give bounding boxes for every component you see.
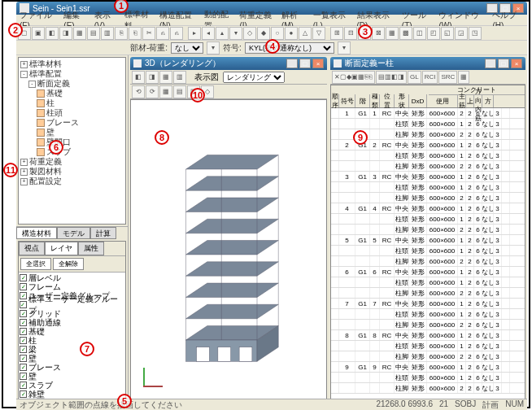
dropdown-icon[interactable]: ▾ [207, 41, 220, 55]
table-cell[interactable]: なし [482, 119, 494, 129]
table-cell[interactable]: なし [482, 182, 494, 192]
table-cell[interactable] [370, 246, 380, 255]
table-cell[interactable] [339, 214, 355, 224]
column-header[interactable]: 順序 [331, 94, 339, 107]
checkbox-icon[interactable]: ✓ [20, 274, 27, 281]
table-cell[interactable]: 6 [474, 225, 482, 234]
table-cell[interactable]: 6 [474, 150, 482, 160]
table-row[interactable]: 柱頭矩形600×600126なし3 [331, 182, 525, 193]
view-maximize[interactable]: □ [299, 59, 311, 68]
table-cell[interactable]: 6 [474, 246, 482, 255]
table-cell[interactable] [355, 119, 370, 129]
table-cell[interactable]: 矩形 [409, 256, 427, 266]
table-cell[interactable]: RC [380, 299, 395, 308]
table-row[interactable]: 柱脚矩形600×600226なし3 [331, 320, 525, 330]
toolbar-button[interactable]: ◨ [59, 27, 72, 40]
table-cell[interactable] [331, 320, 339, 329]
table-cell[interactable] [331, 140, 339, 150]
table-cell[interactable] [331, 150, 339, 160]
expand-icon[interactable]: - [20, 71, 28, 78]
table-row[interactable]: 柱頭矩形600×600126なし3 [331, 119, 525, 129]
table-cell[interactable] [502, 140, 510, 150]
table-cell[interactable] [502, 267, 510, 277]
table-cell[interactable]: 600×600 [427, 172, 458, 181]
table-cell[interactable] [370, 309, 380, 319]
table-cell[interactable]: 3 [494, 383, 502, 393]
table-cell[interactable]: 2 [466, 193, 474, 203]
table-cell[interactable]: 6 [474, 129, 482, 139]
table-cell[interactable]: 中央 [395, 362, 409, 372]
table-cell[interactable]: 2 [458, 288, 466, 298]
table-cell[interactable]: 2 [466, 150, 474, 160]
column-header[interactable]: 方 [482, 94, 494, 107]
table-cell[interactable]: 2 [458, 225, 466, 234]
table-cell[interactable]: 2 [466, 246, 474, 255]
table-row[interactable]: 1G11RC中央矩形600×600226なし3 [331, 108, 525, 119]
tree-tab[interactable]: 構造材料 [16, 227, 57, 239]
tree-item[interactable]: スラブ [20, 147, 124, 157]
table-cell[interactable]: なし [482, 203, 494, 213]
table-cell[interactable]: 矩形 [409, 119, 427, 129]
expand-icon[interactable]: + [20, 61, 28, 68]
table-cell[interactable]: 600×600 [427, 203, 458, 213]
table-cell[interactable]: 3 [494, 108, 502, 118]
table-cell[interactable] [502, 193, 510, 203]
tree-item[interactable]: +配置設定 [20, 177, 124, 186]
table-cell[interactable]: 2 [458, 161, 466, 171]
table-row[interactable]: 5G15RC中央矩形600×600126なし3 [331, 235, 525, 246]
table-cell[interactable]: 7 [339, 299, 355, 308]
table-cell[interactable]: RC [380, 235, 395, 245]
table-cell[interactable]: なし [482, 330, 494, 340]
tree-item[interactable]: 柱 [20, 98, 124, 108]
checkbox-icon[interactable]: ✓ [20, 355, 27, 362]
checkbox-icon[interactable]: ✓ [20, 283, 27, 290]
table-cell[interactable]: 7 [370, 299, 380, 308]
table-cell[interactable]: なし [482, 140, 494, 150]
table-cell[interactable]: なし [482, 108, 494, 118]
toolbar-button[interactable]: △ [299, 27, 312, 40]
table-cell[interactable]: 2 [466, 140, 474, 150]
table-cell[interactable]: 600×600 [427, 140, 458, 150]
view-btn[interactable]: ▦ [159, 85, 172, 98]
tree-tab[interactable]: 計算 [90, 227, 116, 239]
table-cell[interactable]: なし [482, 225, 494, 234]
table-cell[interactable] [370, 277, 380, 287]
table-cell[interactable] [370, 129, 380, 139]
table-cell[interactable]: 2 [466, 182, 474, 192]
checkbox-icon[interactable]: ✓ [20, 382, 27, 389]
table-cell[interactable]: 3 [494, 150, 502, 160]
table-cell[interactable] [370, 193, 380, 203]
table-cell[interactable]: 3 [494, 288, 502, 298]
table-cell[interactable]: 9 [339, 362, 355, 372]
toolbar-button[interactable]: ◳ [469, 27, 482, 40]
table-cell[interactable]: 6 [474, 351, 482, 361]
table-cell[interactable] [502, 225, 510, 234]
table-cell[interactable]: 柱脚 [395, 320, 409, 329]
table-cell[interactable]: 1 [458, 373, 466, 382]
table-cell[interactable]: 3 [494, 299, 502, 308]
table-cell[interactable] [370, 161, 380, 171]
column-header[interactable]: 符号 [339, 94, 355, 107]
table-row[interactable]: 柱頭矩形600×600126なし3 [331, 214, 525, 225]
table-cell[interactable]: 6 [474, 140, 482, 150]
table-cell[interactable]: なし [482, 246, 494, 255]
table-cell[interactable] [331, 235, 339, 245]
tbl-minimize[interactable]: _ [485, 59, 496, 68]
table-cell[interactable]: 2 [458, 383, 466, 393]
checkbox-icon[interactable]: ✓ [20, 337, 27, 344]
table-cell[interactable]: 2 [370, 140, 380, 150]
table-cell[interactable] [502, 309, 510, 319]
table-cell[interactable]: なし [482, 172, 494, 181]
toolbar-button[interactable]: ⎘ [115, 27, 128, 40]
table-cell[interactable] [355, 161, 370, 171]
member-load-select[interactable]: なし [171, 42, 203, 54]
table-cell[interactable] [355, 351, 370, 361]
table-cell[interactable] [502, 341, 510, 351]
table-cell[interactable] [355, 150, 370, 160]
table-cell[interactable] [502, 182, 510, 192]
table-cell[interactable] [355, 320, 370, 329]
table-cell[interactable] [331, 383, 339, 393]
table-cell[interactable] [339, 383, 355, 393]
table-cell[interactable]: 矩形 [409, 235, 427, 245]
table-cell[interactable]: RC [380, 330, 395, 340]
